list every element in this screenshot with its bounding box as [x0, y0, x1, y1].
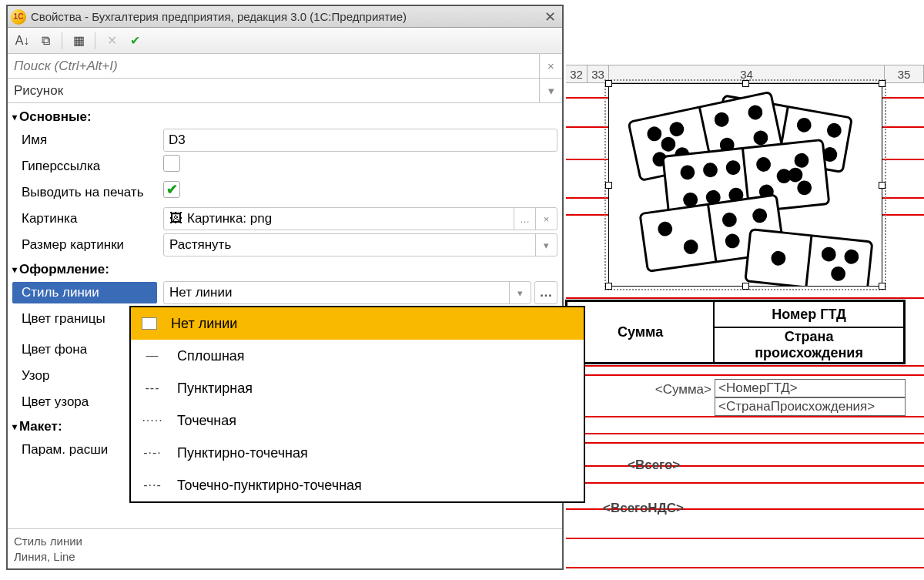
svg-point-31 [788, 168, 802, 181]
ph-country: <СтранаПроисхождения> [715, 397, 906, 416]
clear-search-button[interactable]: × [539, 54, 562, 78]
picsize-dropdown-button[interactable]: ▾ [535, 234, 557, 256]
categories-button[interactable]: ⧉ [35, 31, 55, 51]
caret-down-icon: ▾ [12, 112, 17, 122]
line-dashdot-icon: -·-· [142, 446, 163, 460]
svg-line-19 [742, 148, 749, 212]
svg-rect-32 [640, 195, 784, 272]
colhdr-34[interactable]: 34 [609, 65, 885, 82]
svg-point-17 [753, 131, 768, 146]
svg-point-23 [684, 193, 697, 206]
svg-point-9 [647, 126, 661, 141]
dd-option-dashed[interactable]: --- Пунктирная [131, 372, 584, 404]
domino-image [609, 84, 882, 286]
dd-option-dashdotdot[interactable]: -··- Точечно-пунктирно-точечная [131, 469, 584, 501]
checkbox-print[interactable]: ✔ [163, 181, 180, 198]
svg-point-30 [777, 169, 790, 183]
close-button[interactable]: ✕ [541, 8, 559, 25]
line-dotted-icon: ····· [142, 414, 163, 427]
svg-line-1 [778, 107, 788, 161]
caret-down-icon: ▾ [12, 264, 17, 275]
svg-point-21 [704, 163, 717, 176]
label-linestyle[interactable]: Стиль линии [12, 282, 157, 303]
svg-point-14 [715, 112, 729, 127]
section-lines [566, 83, 924, 580]
svg-point-38 [725, 234, 739, 248]
svg-point-12 [675, 147, 690, 162]
type-select-row: Рисунок ▾ [8, 79, 562, 103]
footer-hint: Стиль линии Линия, Line [8, 528, 562, 568]
svg-point-43 [822, 247, 835, 260]
svg-point-42 [772, 252, 785, 265]
svg-line-41 [806, 236, 812, 286]
type-select-dropdown-button[interactable]: ▾ [539, 79, 562, 102]
linestyle-combo[interactable]: Нет линии ▾ [163, 281, 531, 304]
svg-line-33 [708, 204, 715, 262]
caret-down-icon: ▾ [12, 421, 17, 432]
line-none-icon [142, 317, 157, 330]
sort-az-button[interactable]: A↓ [12, 31, 32, 51]
linestyle-more-button[interactable]: … [534, 281, 557, 304]
label-picsize: Размер картинки [12, 237, 157, 253]
dd-option-none[interactable]: Нет линии [131, 307, 584, 340]
svg-point-20 [681, 166, 694, 179]
cancel-button: ✕ [102, 31, 122, 51]
svg-rect-7 [628, 92, 783, 180]
svg-point-34 [658, 222, 672, 236]
picture-more-button[interactable]: … [514, 208, 535, 230]
svg-point-29 [798, 181, 811, 194]
linestyle-dropdown-button[interactable]: ▾ [509, 282, 531, 303]
label-name: Имя [12, 132, 157, 148]
titlebar-title: Свойства - Бухгалтерия предприятия, реда… [31, 10, 536, 23]
search-row: × [8, 54, 562, 79]
svg-rect-40 [745, 230, 872, 286]
titlebar[interactable]: 1C Свойства - Бухгалтерия предприятия, р… [8, 6, 562, 28]
checkbox-hyperlink[interactable] [163, 155, 180, 172]
svg-point-35 [684, 240, 698, 254]
dd-option-dashdot[interactable]: -·-· Пунктирно-точечная [131, 437, 584, 469]
svg-point-6 [823, 147, 837, 161]
svg-point-25 [729, 188, 742, 201]
svg-point-10 [670, 122, 685, 136]
svg-point-4 [827, 123, 841, 137]
svg-rect-0 [715, 96, 852, 173]
hdr-country: Страна происхождения [714, 327, 904, 363]
input-name[interactable]: D3 [163, 129, 557, 152]
ph-total: <Всего> [628, 458, 680, 473]
colhdr-35[interactable]: 35 [885, 65, 924, 82]
section-main[interactable]: ▾ Основные: [12, 106, 557, 127]
ph-gtd: <НомерГТД> [715, 379, 906, 397]
picture-object[interactable] [608, 83, 882, 287]
label-hyperlink: Гиперссылка [12, 159, 157, 174]
svg-point-44 [845, 250, 858, 263]
dd-option-solid[interactable]: — Сплошная [131, 340, 584, 372]
svg-point-37 [753, 209, 767, 223]
line-dashed-icon: --- [142, 381, 163, 395]
svg-point-36 [722, 213, 736, 226]
line-dashdotdot-icon: -··- [142, 478, 163, 492]
picture-clear-button[interactable]: × [535, 208, 557, 230]
svg-point-3 [797, 118, 811, 132]
svg-point-11 [652, 152, 667, 166]
svg-point-5 [793, 142, 807, 156]
label-print: Выводить на печать [12, 185, 157, 200]
svg-point-45 [832, 267, 845, 280]
label-picture: Картинка [12, 211, 157, 226]
svg-point-26 [757, 158, 770, 171]
colhdr-33[interactable]: 33 [588, 65, 609, 82]
svg-point-22 [726, 161, 739, 174]
svg-point-2 [744, 121, 758, 135]
svg-point-28 [760, 185, 773, 198]
dd-option-dotted[interactable]: ····· Точечная [131, 404, 584, 437]
filter-button[interactable]: ▦ [69, 31, 89, 51]
picture-field[interactable]: 🖼 Картинка: png … × [163, 207, 557, 230]
type-select[interactable]: Рисунок [8, 79, 539, 102]
apply-button[interactable]: ✔ [125, 31, 145, 51]
picsize-combo[interactable]: Растянуть ▾ [163, 233, 557, 256]
svg-point-39 [756, 230, 770, 243]
svg-point-27 [795, 154, 808, 167]
svg-rect-18 [663, 139, 829, 220]
colhdr-32[interactable]: 32 [566, 65, 588, 82]
section-appearance[interactable]: ▾ Оформление: [12, 258, 557, 280]
search-input[interactable] [8, 54, 539, 78]
